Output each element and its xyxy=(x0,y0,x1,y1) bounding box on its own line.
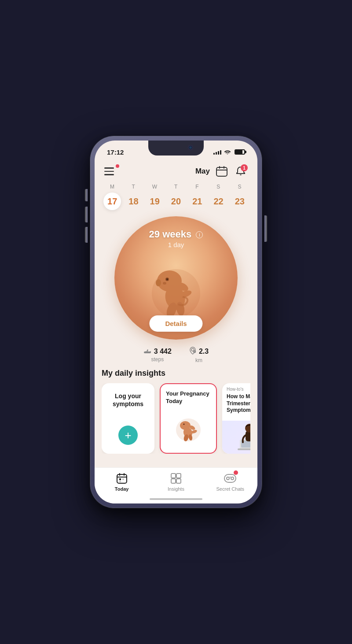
distance-value: 2.3 xyxy=(199,348,209,355)
today-nav-label: Today xyxy=(115,486,129,492)
signal-bar-2 xyxy=(216,152,217,155)
insights-nav-label: Insights xyxy=(168,486,184,492)
day-21[interactable]: 21 xyxy=(188,192,206,210)
svg-rect-0 xyxy=(216,167,227,176)
day-header-4: F xyxy=(188,184,206,190)
secret-chats-nav-label: Secret Chats xyxy=(216,486,245,492)
nav-today[interactable]: Today xyxy=(104,472,139,492)
day-header-0: M xyxy=(103,184,121,190)
steps-item: 3 442 steps xyxy=(143,348,172,363)
howto-illustration xyxy=(233,423,250,452)
status-time: 17:12 xyxy=(107,148,124,156)
secret-chats-nav-icon xyxy=(224,472,236,485)
fetus-illustration xyxy=(141,263,211,324)
front-camera xyxy=(188,145,193,150)
log-plus-button[interactable]: + xyxy=(118,426,138,445)
day-header-2: W xyxy=(146,184,164,190)
secret-chats-badge xyxy=(234,470,238,475)
day-18[interactable]: 18 xyxy=(125,192,142,210)
svg-rect-30 xyxy=(117,474,127,483)
days-label: 1 day xyxy=(149,241,203,248)
insights-section: My daily insights Log your symptoms + Yo… xyxy=(95,367,257,458)
svg-rect-36 xyxy=(119,481,121,482)
notification-badge: 1 xyxy=(241,164,248,171)
menu-line-3 xyxy=(104,174,114,175)
phone-frame: 17:12 xyxy=(90,136,262,508)
today-nav-icon xyxy=(116,472,128,485)
svg-rect-39 xyxy=(171,479,176,483)
svg-point-24 xyxy=(183,424,185,425)
log-symptoms-card[interactable]: Log your symptoms + xyxy=(102,383,154,454)
day-20[interactable]: 20 xyxy=(167,192,185,210)
insights-nav-icon xyxy=(170,472,182,485)
steps-value: 3 442 xyxy=(154,348,172,355)
shoe-icon xyxy=(143,348,151,355)
steps-icon-row: 3 442 xyxy=(143,348,172,355)
distance-icon-row: 2.3 xyxy=(189,347,209,356)
svg-rect-37 xyxy=(171,474,176,478)
menu-notification-dot xyxy=(116,164,119,168)
day-header-6: S xyxy=(231,184,249,190)
log-title: Log your symptoms xyxy=(109,392,147,408)
menu-button[interactable] xyxy=(104,163,120,179)
notch xyxy=(148,141,204,155)
activity-section: 3 442 steps 2.3 km xyxy=(95,340,257,367)
day-19[interactable]: 19 xyxy=(146,192,164,210)
howto-card[interactable]: How-to's How to Manage 3rd Trimester Sym… xyxy=(222,383,250,454)
header-right: May 1 xyxy=(195,164,248,178)
location-icon xyxy=(189,347,196,356)
day-header-3: T xyxy=(167,184,185,190)
details-button[interactable]: Details xyxy=(149,315,202,332)
volume-down-button[interactable] xyxy=(85,227,88,243)
menu-line-2 xyxy=(104,171,114,172)
nav-secret-chats[interactable]: Secret Chats xyxy=(213,472,248,492)
day-numbers: 17 18 19 20 21 22 23 xyxy=(102,192,250,210)
steps-unit: steps xyxy=(151,356,164,363)
weeks-label: 29 weeks i xyxy=(149,229,203,240)
menu-line-1 xyxy=(104,167,114,169)
insights-scroll: Log your symptoms + Your Pregnancy Today xyxy=(102,383,250,454)
week-calendar: M T W T F S S 17 18 19 20 21 22 23 xyxy=(95,182,257,215)
svg-point-13 xyxy=(166,278,168,280)
phone-screen: 17:12 xyxy=(95,141,257,503)
howto-title: How to Manage 3rd Trimester Symptoms at … xyxy=(222,393,250,421)
info-icon[interactable]: i xyxy=(196,231,203,238)
wifi-icon xyxy=(224,149,231,155)
svg-rect-41 xyxy=(224,474,236,482)
svg-point-11 xyxy=(156,279,161,286)
pregnancy-card-title: Your Pregnancy Today xyxy=(166,390,211,405)
pregnancy-card-image xyxy=(166,412,211,448)
svg-rect-34 xyxy=(119,478,121,480)
svg-point-14 xyxy=(163,282,166,285)
volume-up-button[interactable] xyxy=(85,207,88,222)
home-indicator xyxy=(150,498,202,500)
distance-unit: km xyxy=(195,357,202,363)
day-17[interactable]: 17 xyxy=(103,192,121,210)
svg-rect-38 xyxy=(176,474,181,478)
pregnancy-today-card[interactable]: Your Pregnancy Today xyxy=(160,383,217,454)
nav-insights[interactable]: Insights xyxy=(158,472,194,492)
signal-bar-4 xyxy=(220,150,221,155)
distance-item: 2.3 km xyxy=(189,347,209,363)
svg-rect-35 xyxy=(122,478,124,480)
day-header-5: S xyxy=(210,184,227,190)
day-header-1: T xyxy=(125,184,142,190)
signal-bar-3 xyxy=(218,151,219,155)
svg-rect-40 xyxy=(176,479,181,483)
calendar-button[interactable] xyxy=(215,166,228,177)
silent-button[interactable] xyxy=(85,189,88,201)
svg-point-43 xyxy=(231,477,234,480)
howto-badge: How-to's xyxy=(222,383,250,393)
battery-icon xyxy=(235,149,245,155)
battery-fill xyxy=(235,150,242,154)
insights-title: My daily insights xyxy=(102,369,250,378)
signal-bar-1 xyxy=(213,153,215,155)
notification-button[interactable]: 1 xyxy=(234,164,248,178)
howto-image xyxy=(222,421,250,454)
status-icons xyxy=(213,149,245,155)
day-22[interactable]: 22 xyxy=(210,192,227,210)
power-button[interactable] xyxy=(264,215,267,242)
day-23[interactable]: 23 xyxy=(231,192,249,210)
svg-point-42 xyxy=(227,477,229,480)
month-label: May xyxy=(195,167,210,176)
